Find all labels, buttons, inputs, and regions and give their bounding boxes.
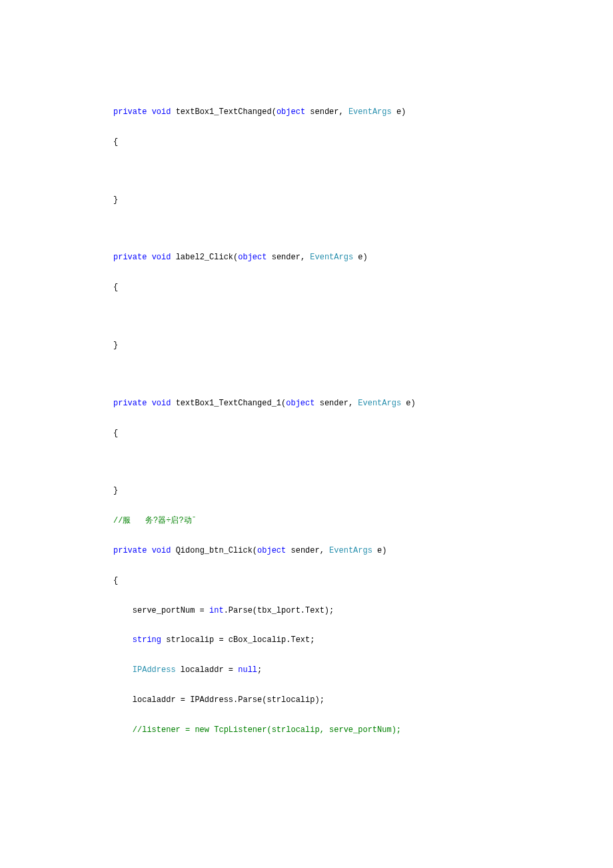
keyword-void: void: [152, 253, 171, 262]
brace-open: {: [113, 575, 613, 587]
brace-open: {: [113, 282, 613, 293]
keyword-string: string: [133, 635, 161, 645]
code-line: IPAddress localaddr = null;: [113, 665, 613, 676]
keyword-null: null: [238, 665, 257, 675]
keyword-object: object: [286, 399, 314, 408]
brace-open: {: [113, 428, 613, 439]
keyword-object: object: [257, 546, 286, 555]
type-eventargs: EventArgs: [358, 399, 401, 408]
keyword-private: private: [113, 399, 147, 408]
code-line: localaddr = IPAddress.Parse(strlocalip);: [113, 695, 613, 706]
code-document: private void textBox1_TextChanged(object…: [0, 0, 613, 736]
brace-close: }: [113, 485, 613, 497]
method-signature: textBox1_TextChanged(: [171, 107, 276, 117]
code-line: serve_portNum = int.Parse(tbx_lport.Text…: [113, 605, 613, 617]
type-ipaddress: IPAddress: [133, 665, 176, 675]
comment-line: //listener = new TcpListener(strlocalip,…: [113, 725, 613, 736]
method-signature: label2_Click(: [171, 253, 238, 262]
brace-close: }: [113, 340, 613, 351]
keyword-int: int: [209, 606, 224, 615]
comment-line: //服 务?器÷启?动ˉ: [113, 515, 613, 527]
code-line: private void label2_Click(object sender,…: [113, 252, 613, 263]
method-signature: textBox1_TextChanged_1(: [171, 399, 286, 408]
keyword-private: private: [113, 107, 147, 117]
method-signature: Qidong_btn_Click(: [171, 546, 257, 555]
keyword-void: void: [152, 399, 171, 408]
type-eventargs: EventArgs: [348, 107, 392, 117]
keyword-void: void: [152, 107, 171, 117]
keyword-object: object: [238, 253, 267, 262]
keyword-object: object: [277, 107, 305, 117]
keyword-void: void: [152, 546, 171, 555]
type-eventargs: EventArgs: [310, 253, 353, 262]
keyword-private: private: [113, 546, 147, 555]
code-line: private void textBox1_TextChanged(object…: [113, 107, 613, 118]
keyword-private: private: [113, 253, 147, 262]
code-line: private void Qidong_btn_Click(object sen…: [113, 545, 613, 557]
type-eventargs: EventArgs: [329, 546, 372, 555]
code-line: string strlocalip = cBox_localip.Text;: [113, 635, 613, 646]
brace-close: }: [113, 195, 613, 206]
brace-open: {: [113, 137, 613, 148]
code-line: private void textBox1_TextChanged_1(obje…: [113, 398, 613, 409]
